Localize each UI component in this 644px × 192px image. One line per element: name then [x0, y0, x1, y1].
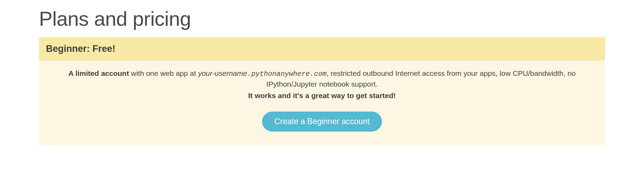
plan-desc-username: your-username — [198, 69, 247, 77]
plan-description: A limited account with one web app at yo… — [49, 68, 595, 89]
plan-header-title: Beginner: Free! — [46, 43, 598, 54]
page-title: Plans and pricing — [39, 7, 605, 30]
create-beginner-account-button[interactable]: Create a Beginner account — [262, 112, 382, 131]
beginner-plan-card: Beginner: Free! A limited account with o… — [39, 37, 605, 145]
plan-tagline: It works and it's a great way to get sta… — [49, 91, 595, 100]
pricing-page: Plans and pricing Beginner: Free! A limi… — [0, 0, 644, 159]
plan-desc-bold-lead: A limited account — [68, 69, 129, 77]
plan-body: A limited account with one web app at yo… — [39, 61, 605, 145]
plan-header: Beginner: Free! — [39, 37, 605, 61]
plan-desc-part1: with one web app at — [129, 69, 198, 77]
plan-desc-domain: .pythonanywhere.com — [247, 70, 327, 78]
